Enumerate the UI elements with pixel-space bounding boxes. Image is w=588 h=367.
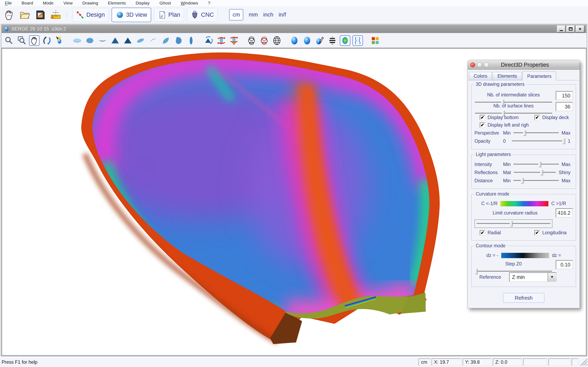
save-icon[interactable] [34,8,47,21]
radial-checkbox[interactable] [480,230,485,235]
render-contour-icon[interactable] [327,35,338,46]
refresh-button[interactable]: Refresh [503,293,544,303]
group-title-curvature: Curvature mode [474,191,511,197]
menu-ghost[interactable]: Ghost [159,1,171,6]
perspective-slider[interactable] [513,130,559,136]
display-left-right-label: Display left and righ [488,122,529,128]
plan-mode-button[interactable]: Plan [154,8,184,22]
render-curvature-icon[interactable] [340,35,350,46]
contour-left-label: dz = - [486,253,498,258]
view-top-outline-icon[interactable] [72,35,82,46]
group-light-parameters: Light parameters Intensity Min Max Refle… [471,155,576,189]
render-solid-icon[interactable] [289,35,300,46]
view-slice-dark-icon[interactable] [122,35,133,46]
view-profile-icon[interactable] [186,35,196,46]
menu-elements[interactable]: Elements [108,1,126,6]
direct3d-properties-dialog: Direct3D Properties Colors Elements Para… [467,60,580,308]
display-deck-label: Display deck [542,115,573,120]
surface-lines-input[interactable]: 36 [556,102,573,111]
3d-view-mode-button[interactable]: 3D view [112,8,151,22]
unit-mm[interactable]: mm [249,12,258,18]
distance-min-label: Min [503,178,511,184]
reflections-slider[interactable] [513,169,556,175]
menu-board[interactable]: Board [22,1,33,6]
menu-mode[interactable]: Mode [43,1,54,6]
pan-hand-icon[interactable] [29,35,40,46]
toolbar-separator [67,8,67,22]
zoom-icon[interactable] [4,35,14,46]
unit-inf[interactable]: in/f [279,12,286,18]
step-z0-input[interactable]: 0.10 [556,260,573,269]
display-bottom-checkbox[interactable] [480,115,485,120]
menu-view[interactable]: View [63,1,72,6]
longitudinal-label: Longitudina [542,230,573,235]
distance-slider[interactable] [513,178,559,184]
render-smooth-icon[interactable] [302,35,312,46]
opacity-slider[interactable] [511,138,565,144]
display-left-right-checkbox[interactable] [480,123,485,128]
view-rocker-icon[interactable] [97,35,108,46]
perspective-max-label: Max [562,130,571,136]
menu-help[interactable]: ? [208,1,210,6]
group-title-light: Light parameters [474,152,513,157]
design-mode-button[interactable]: Design [72,8,109,22]
tab-parameters[interactable]: Parameters [522,71,556,80]
color-palette-icon[interactable] [370,35,380,46]
view-perspective1-icon[interactable] [135,35,146,46]
measure-ruler-icon[interactable] [49,8,62,21]
dialog-minimize-icon[interactable] [477,62,482,67]
zoom-window-icon[interactable] [16,35,27,46]
document-icon [4,26,9,32]
application-window: File Board Mode View Drawing Elements Di… [0,0,588,367]
cnc-mode-button[interactable]: CNC [187,8,218,22]
dialog-titlebar[interactable]: Direct3D Properties [468,60,580,70]
dropdown-arrow-icon[interactable]: ▼ [548,273,556,281]
wireframe-mesh-icon[interactable] [272,35,282,46]
tab-elements[interactable]: Elements [493,72,522,80]
unit-cm[interactable]: cm [229,9,243,21]
cnc-button-label: CNC [201,11,214,18]
dialog-close-icon[interactable] [470,62,475,67]
flow-lines-icon[interactable] [352,35,363,46]
intensity-slider[interactable] [513,161,559,167]
document-titlebar[interactable]: SERGE 26 10 15 .s3dx:2 × [2,25,586,33]
maximize-button[interactable] [566,25,575,33]
display-deck-checkbox[interactable] [535,115,540,120]
tab-colors[interactable]: Colors [469,72,492,80]
render-sanding-icon[interactable] [314,35,325,46]
group-title-drawing: 3D drawing parameters [474,82,526,87]
intensity-label: Intensity [475,162,501,167]
longitudinal-checkbox[interactable] [535,230,540,235]
unit-inch[interactable]: inch [263,12,273,18]
close-button[interactable]: × [576,25,584,33]
reference-dropdown[interactable]: Z min ▼ [509,272,557,282]
wireframe-active-slice-icon[interactable] [259,35,269,46]
view-perspective3-icon[interactable] [160,35,171,46]
view-perspective4-icon[interactable] [173,35,184,46]
minimize-button[interactable] [557,25,566,33]
menu-file[interactable]: File [5,1,12,6]
limit-curvature-slider[interactable] [476,221,551,227]
status-x-coordinate: X: 19.7 [432,359,461,366]
dialog-zoom-icon[interactable] [484,62,489,67]
menu-windows[interactable]: Windows [181,1,198,6]
slices-input[interactable]: 150 [556,91,573,100]
flip-board-icon[interactable] [203,35,214,46]
menu-drawing[interactable]: Drawing [82,1,98,6]
hand-tool-icon[interactable] [3,8,16,21]
limit-curvature-input[interactable]: 416.2 [556,208,573,217]
rotate-3d-icon[interactable] [42,35,52,46]
open-folder-icon[interactable] [18,8,31,21]
rotate-board-icon[interactable] [216,35,227,46]
view-perspective2-icon[interactable] [148,35,158,46]
status-empty-cell-2 [548,359,571,366]
rotate-board-vertical-icon[interactable] [229,35,239,46]
resize-grip[interactable] [580,359,587,366]
reflections-label: Reflections [475,170,501,175]
menu-display[interactable]: Display [136,1,150,6]
wireframe-slices-icon[interactable] [246,35,257,46]
view-slice-icon[interactable] [110,35,121,46]
select-pointer-icon[interactable] [54,35,65,46]
dialog-tabs: Colors Elements Parameters [468,70,580,80]
view-top-filled-icon[interactable] [85,35,95,46]
